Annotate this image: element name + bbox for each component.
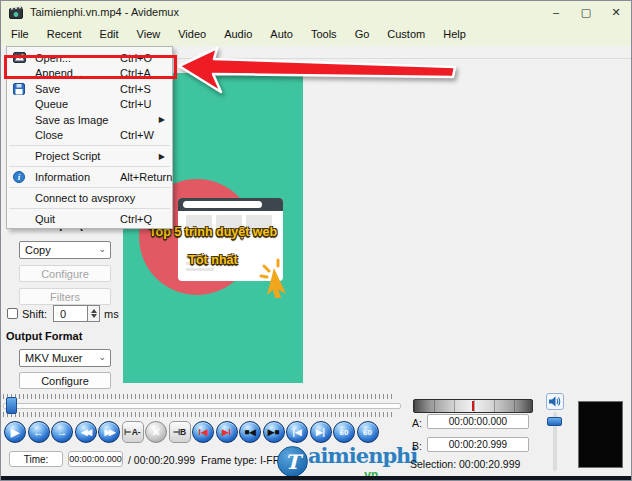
menubar-item-file[interactable]: File xyxy=(2,23,38,46)
next-black-frame-button[interactable]: ▶■ xyxy=(263,421,285,443)
previous-intra-frame-icon: I◀ xyxy=(199,427,208,437)
menubar-item-custom[interactable]: Custom xyxy=(378,23,434,46)
timeline-handle[interactable] xyxy=(6,397,17,414)
muxer-configure-button[interactable]: Configure xyxy=(19,372,111,389)
menu-item-information[interactable]: iInformationAlt+Return xyxy=(7,170,172,186)
previous-intra-frame-button[interactable]: I◀ xyxy=(192,421,214,443)
menu-icon-blank xyxy=(13,129,31,142)
last-frame-icon: ▶| xyxy=(316,427,325,437)
marker-a-value: 00:00:00.000 xyxy=(427,414,529,429)
shift-unit-label: ms xyxy=(104,308,119,320)
jog-shuttle[interactable] xyxy=(413,399,533,413)
marker-b-label: B: xyxy=(412,440,422,452)
previous-black-frame-button[interactable]: ■◀ xyxy=(239,421,261,443)
total-time-label: / 00:00:20.999 xyxy=(128,454,195,466)
menu-item-label: Close xyxy=(31,129,63,141)
menubar-item-help[interactable]: Help xyxy=(434,23,475,46)
marker-a-label: A: xyxy=(412,417,422,429)
menu-item-label: Project Script xyxy=(31,150,100,162)
next-intra-frame-icon: ▶I xyxy=(222,427,231,437)
previous-frame-button[interactable]: ← xyxy=(28,421,50,443)
submenu-arrow-icon: ▶ xyxy=(159,152,165,161)
menu-item-close[interactable]: CloseCtrl+W xyxy=(7,128,172,144)
set-marker-a-icon: ⊢A- xyxy=(124,427,140,437)
time-value-field[interactable]: 00:00:00.000 xyxy=(68,451,123,467)
play-icon: ▶ xyxy=(11,426,19,439)
menu-item-connect-to-avsproxy[interactable]: Connect to avsproxy xyxy=(7,191,172,207)
menubar-item-video[interactable]: Video xyxy=(169,23,215,46)
menu-item-shortcut: Ctrl+W xyxy=(120,129,154,141)
output-format-heading: Output Format xyxy=(6,330,82,342)
info-icon: i xyxy=(13,171,31,184)
jog-center-mark xyxy=(472,401,474,411)
menu-item-queue[interactable]: QueueCtrl+U xyxy=(7,97,172,113)
timeline-ticks-bottom xyxy=(3,412,393,417)
menu-icon-blank xyxy=(13,192,31,205)
minimize-button[interactable]: – xyxy=(541,1,571,23)
menubar-item-tools[interactable]: Tools xyxy=(302,23,346,46)
browser-titlebar-graphic xyxy=(178,198,283,211)
last-frame-button[interactable]: ▶| xyxy=(310,421,332,443)
shift-checkbox[interactable] xyxy=(7,308,18,319)
cancel-button[interactable]: ✕ xyxy=(145,421,167,443)
menubar-item-edit[interactable]: Edit xyxy=(91,23,128,46)
back-60s-button[interactable]: 60 xyxy=(333,421,355,443)
rewind-button[interactable]: ◀◀ xyxy=(75,421,97,443)
app-icon xyxy=(9,6,23,19)
menu-item-project-script[interactable]: Project Script▶ xyxy=(7,149,172,165)
shift-value-input[interactable]: 0 xyxy=(53,305,88,322)
titlebar: Taimienphi.vn.mp4 - Avidemux – ▢ ✕ xyxy=(1,1,631,23)
content-line xyxy=(186,268,214,271)
video-display-area: Top 5 trình duyệt web Tốt nhất xyxy=(123,46,632,393)
menu-item-label: Quit xyxy=(31,213,55,225)
play-button[interactable]: ▶ xyxy=(4,421,26,443)
window-bottom-edge xyxy=(1,476,632,481)
menu-item-shortcut: Ctrl+S xyxy=(120,83,151,95)
audio-filters-button[interactable]: Filters xyxy=(19,288,111,305)
forward-60s-button[interactable]: 60 xyxy=(357,421,379,443)
timeline-slider[interactable] xyxy=(3,403,401,409)
back-60s-icon: 60 xyxy=(340,428,349,437)
set-marker-b-button[interactable]: ⊣B xyxy=(169,421,191,443)
next-intra-frame-button[interactable]: ▶I xyxy=(216,421,238,443)
chevron-down-icon: ⌄ xyxy=(98,352,106,362)
mute-button[interactable] xyxy=(546,393,564,410)
volume-handle[interactable] xyxy=(547,417,562,426)
highlight-box xyxy=(4,55,177,79)
time-label-box: Time: xyxy=(9,451,63,467)
maximize-button[interactable]: ▢ xyxy=(571,1,601,23)
menubar-item-audio[interactable]: Audio xyxy=(215,23,261,46)
menu-item-save[interactable]: SaveCtrl+S xyxy=(7,81,172,97)
next-frame-button[interactable]: → xyxy=(51,421,73,443)
cursor-icon xyxy=(258,258,294,298)
highlight-arrow xyxy=(177,46,459,98)
first-frame-button[interactable]: |◀ xyxy=(286,421,308,443)
menu-item-shortcut: Alt+Return xyxy=(120,171,172,183)
rewind-icon: ◀◀ xyxy=(81,427,90,437)
menubar-item-auto[interactable]: Auto xyxy=(261,23,302,46)
speaker-icon xyxy=(549,396,561,407)
save-icon xyxy=(13,82,31,95)
first-frame-icon: |◀ xyxy=(293,427,302,437)
menu-item-label: Information xyxy=(31,171,90,183)
menubar-item-recent[interactable]: Recent xyxy=(38,23,91,46)
logo-initial-badge: T xyxy=(277,446,308,477)
set-marker-a-button[interactable]: ⊢A- xyxy=(122,421,144,443)
fast-forward-button[interactable]: ▶▶ xyxy=(98,421,120,443)
avidemux-window: Taimienphi.vn.mp4 - Avidemux – ▢ ✕ FileR… xyxy=(0,0,632,481)
shift-spinner[interactable] xyxy=(88,305,100,322)
menu-item-shortcut: Ctrl+Q xyxy=(120,213,152,225)
taimienphi-logo: T aimienphi .vn xyxy=(269,442,404,480)
menubar-item-go[interactable]: Go xyxy=(346,23,379,46)
menu-item-save-as-image[interactable]: Save as Image▶ xyxy=(7,112,172,128)
audio-configure-button[interactable]: Configure xyxy=(19,265,111,282)
forward-60s-icon: 60 xyxy=(363,428,372,437)
logo-name: aimienphi xyxy=(308,443,417,468)
menu-item-quit[interactable]: QuitCtrl+Q xyxy=(7,212,172,228)
menubar-item-view[interactable]: View xyxy=(128,23,170,46)
audio-codec-select[interactable]: Copy⌄ xyxy=(19,241,111,259)
muxer-select[interactable]: MKV Muxer⌄ xyxy=(19,349,111,367)
previous-black-frame-icon: ■◀ xyxy=(244,427,256,437)
close-button[interactable]: ✕ xyxy=(601,1,631,23)
next-frame-icon: → xyxy=(57,426,68,438)
